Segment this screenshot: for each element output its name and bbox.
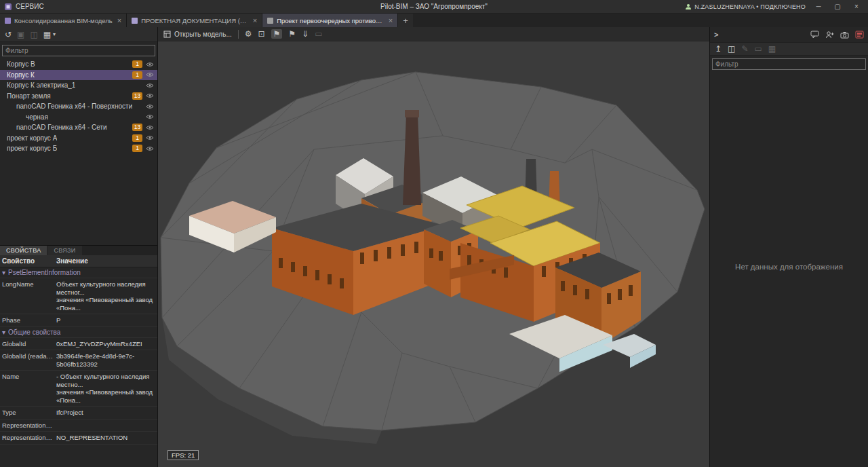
- visibility-eye-icon[interactable]: [145, 93, 155, 98]
- area-select-icon[interactable]: ▭: [754, 45, 762, 53]
- copy-icon[interactable]: ◫: [30, 31, 37, 39]
- edit-icon[interactable]: ✎: [741, 45, 748, 53]
- left-panel: ↺ ▣ ◫ ▦ ▾ Корпус В1Корпус К1Корпус К эле…: [0, 27, 158, 467]
- tab[interactable]: Консолидированная BIM-модель×: [0, 14, 127, 27]
- tab-close-button[interactable]: ×: [389, 16, 393, 24]
- tree-item[interactable]: Корпус В1: [0, 59, 157, 70]
- right-panel-header: >: [710, 27, 868, 42]
- settings-gear-icon[interactable]: ⚙: [245, 30, 252, 38]
- property-value: [56, 422, 156, 430]
- annotations-filter-input[interactable]: [712, 58, 866, 70]
- property-group[interactable]: ▾PsetElementInformation: [0, 267, 157, 278]
- property-key: Phase: [2, 316, 56, 324]
- tree-item[interactable]: проект корпус А1: [0, 133, 157, 144]
- new-tab-button[interactable]: +: [398, 14, 413, 27]
- tab[interactable]: Проект первоочередных противоаварийн...×: [262, 14, 398, 27]
- download-icon[interactable]: ⇓: [302, 30, 309, 38]
- tab-strip: Консолидированная BIM-модель×ПРОЕКТНАЯ Д…: [0, 14, 868, 27]
- tree-item[interactable]: Корпус К электрика_1: [0, 80, 157, 91]
- tree-item[interactable]: проект корпус Б1: [0, 143, 157, 154]
- tab-icon: [5, 18, 11, 24]
- tab-label: Консолидированная BIM-модель: [14, 17, 113, 24]
- close-button[interactable]: ×: [850, 3, 863, 10]
- user-status-label: N.ZASLUZHENNAYA • ПОДКЛЮЧЕНО: [694, 3, 806, 10]
- titlebar-right: N.ZASLUZHENNAYA • ПОДКЛЮЧЕНО ─ ▢ ×: [685, 3, 868, 10]
- property-row[interactable]: RepresentationStatusNO_REPRESENTATION: [0, 432, 157, 445]
- visibility-eye-icon[interactable]: [145, 125, 155, 130]
- property-row[interactable]: GlobalId (readable)3b3964fe-8e2e-4d8d-9e…: [0, 350, 157, 371]
- group-collapse-arrow-icon[interactable]: ▾: [2, 269, 5, 276]
- tree-item[interactable]: nanoCAD Геоника x64 - Поверхности: [0, 101, 157, 112]
- tab-close-button[interactable]: ×: [253, 16, 257, 24]
- property-group-label: PsetElementInformation: [8, 269, 81, 276]
- ghost-mode-icon[interactable]: ▭: [315, 30, 322, 38]
- tab-icon: [267, 18, 273, 24]
- viewport-toolbar: Открыть модель... ⚙ ⊡ ⚑ ⚑ ⇓ ▭: [158, 27, 709, 41]
- open-model-button[interactable]: Открыть модель...: [163, 31, 232, 38]
- dropdown-arrow-icon[interactable]: ▾: [53, 32, 56, 37]
- remarks-panel-active-icon[interactable]: [855, 31, 864, 39]
- maximize-button[interactable]: ▢: [831, 3, 844, 10]
- collapse-panel-chevron[interactable]: >: [714, 31, 718, 39]
- visibility-eye-icon[interactable]: [145, 104, 155, 109]
- property-group[interactable]: ▾Общие свойства: [0, 327, 157, 338]
- property-group-label: Общие свойства: [8, 329, 60, 336]
- visibility-eye-icon[interactable]: [145, 83, 155, 88]
- property-row[interactable]: Name- Объект культурного наследия местно…: [0, 371, 157, 407]
- tree-item[interactable]: черная: [0, 112, 157, 123]
- tree-item[interactable]: Понарт земля13: [0, 91, 157, 102]
- group-collapse-arrow-icon[interactable]: ▾: [2, 329, 5, 336]
- tree-item-label: Корпус В: [7, 60, 35, 68]
- property-value: 3b3964fe-8e2e-4d8d-9e7c-5b06fb123392: [56, 352, 156, 368]
- chat-icon[interactable]: [810, 31, 819, 39]
- selection-mode-icon[interactable]: ▦: [43, 31, 51, 39]
- property-row[interactable]: LongNameОбъект культурного наследия мест…: [0, 278, 157, 314]
- visibility-eye-icon[interactable]: [145, 114, 155, 119]
- visibility-eye-icon[interactable]: [145, 72, 155, 77]
- sort-icon[interactable]: ↥: [715, 45, 722, 53]
- fit-view-icon[interactable]: ⊡: [258, 30, 264, 38]
- link-icon[interactable]: ▣: [17, 31, 24, 39]
- flag-tool-icon[interactable]: ⚑: [288, 30, 296, 38]
- property-row[interactable]: GlobalId0xEMJ_ZYvDZPvyMmRx4ZEI: [0, 338, 157, 351]
- visibility-eye-icon[interactable]: [145, 146, 155, 151]
- minimize-button[interactable]: ─: [812, 3, 825, 10]
- property-key: GlobalId: [2, 340, 56, 348]
- property-row[interactable]: TypeIfcProject: [0, 407, 157, 419]
- viewport-3d[interactable]: Открыть модель... ⚙ ⊡ ⚑ ⚑ ⇓ ▭ FPS: 21: [158, 27, 709, 467]
- tree-item-label: Понарт земля: [7, 92, 51, 100]
- tab[interactable]: ПРОЕКТНАЯ ДОКУМЕНТАЦИЯ (ПД)×: [127, 14, 262, 27]
- empty-state-text: Нет данных для отображения: [710, 73, 868, 271]
- tab-links[interactable]: СВЯЗИ: [47, 246, 81, 255]
- menu-service[interactable]: СЕРВИС: [16, 3, 44, 10]
- model-icon: [163, 31, 171, 38]
- tree-item-label: Корпус К: [7, 71, 35, 79]
- refresh-icon[interactable]: ↺: [5, 31, 12, 39]
- duplicate-icon[interactable]: ◫: [728, 45, 735, 53]
- flag-tool-active-icon[interactable]: ⚑: [271, 29, 283, 39]
- property-key: RepresentationStatus: [2, 434, 56, 442]
- delete-icon[interactable]: ▦: [768, 45, 776, 53]
- tree-item[interactable]: Корпус К1: [0, 70, 157, 81]
- tree-filter-input[interactable]: [2, 45, 155, 56]
- visibility-eye-icon[interactable]: [145, 62, 155, 67]
- tab-label: ПРОЕКТНАЯ ДОКУМЕНТАЦИЯ (ПД): [141, 17, 248, 24]
- count-badge: 13: [132, 124, 142, 131]
- property-value: NO_REPRESENTATION: [56, 434, 156, 442]
- tab-properties[interactable]: СВОЙСТВА: [0, 246, 47, 255]
- titlebar-left: СЕРВИС: [0, 3, 44, 11]
- property-value: IfcProject: [56, 409, 156, 417]
- tab-icon: [132, 18, 138, 24]
- camera-icon[interactable]: [840, 31, 849, 39]
- user-status[interactable]: N.ZASLUZHENNAYA • ПОДКЛЮЧЕНО: [685, 3, 806, 10]
- property-value: - Объект культурного наследия местно... …: [56, 373, 156, 404]
- property-row[interactable]: PhaseР: [0, 314, 157, 327]
- property-row[interactable]: RepresentationType: [0, 419, 157, 432]
- right-panel-toolbar: ↥ ◫ ✎ ▭ ▦: [710, 42, 868, 56]
- tab-close-button[interactable]: ×: [117, 16, 121, 24]
- visibility-eye-icon[interactable]: [145, 135, 155, 141]
- add-user-icon[interactable]: [825, 31, 834, 39]
- tree-item[interactable]: nanoCAD Геоника x64 - Сети13: [0, 122, 157, 133]
- annotations-filter-wrap: [710, 56, 868, 73]
- right-panel-header-icons: [810, 31, 864, 39]
